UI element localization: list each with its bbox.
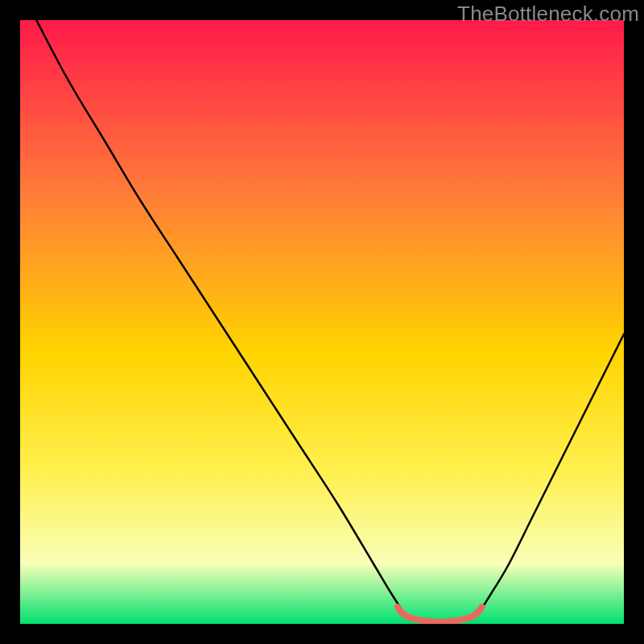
watermark-text: TheBottleneck.com <box>457 2 639 27</box>
chart-container: TheBottleneck.com <box>0 0 644 644</box>
gradient-background <box>20 20 624 624</box>
chart-svg <box>20 20 624 624</box>
plot-area <box>20 20 624 624</box>
